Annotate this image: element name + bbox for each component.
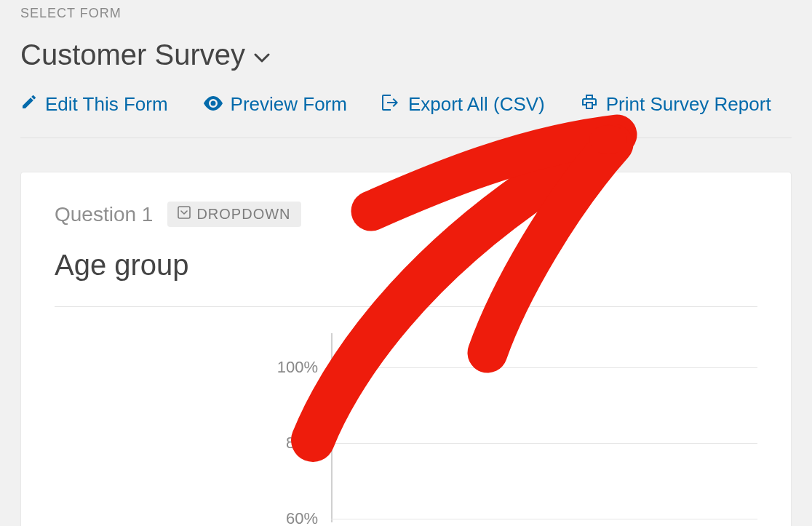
select-form-label: SELECT FORM — [20, 0, 792, 21]
question-title: Age group — [55, 249, 757, 282]
export-csv-label: Export All (CSV) — [408, 93, 545, 116]
chevron-down-icon — [254, 47, 270, 63]
preview-form-label: Preview Form — [231, 93, 347, 116]
print-report-label: Print Survey Report — [606, 93, 771, 116]
export-csv-link[interactable]: Export All (CSV) — [382, 93, 545, 116]
question-card: Question 1 DROPDOWN Age group 100% 8 — [20, 172, 792, 526]
y-tick-100: 100% — [55, 358, 331, 377]
preview-form-link[interactable]: Preview Form — [203, 93, 347, 116]
print-report-link[interactable]: Print Survey Report — [580, 93, 771, 116]
gridline — [331, 443, 757, 444]
field-type-label: DROPDOWN — [196, 206, 290, 223]
selected-form-name: Customer Survey — [20, 39, 245, 71]
eye-icon — [203, 93, 223, 116]
y-tick-60: 60% — [55, 509, 331, 526]
y-tick-80: 80% — [55, 434, 331, 453]
edit-form-label: Edit This Form — [45, 93, 168, 116]
question-number: Question 1 — [55, 203, 153, 226]
svg-rect-0 — [178, 207, 190, 218]
field-type-badge: DROPDOWN — [167, 202, 300, 227]
actions-bar: Edit This Form Preview Form Export All (… — [20, 93, 792, 138]
gridline — [331, 367, 757, 368]
edit-form-link[interactable]: Edit This Form — [20, 93, 168, 116]
chart: 100% 80% 60% — [55, 333, 757, 522]
gridline — [331, 519, 757, 519]
export-icon — [382, 93, 401, 116]
dropdown-icon — [178, 206, 191, 223]
print-icon — [580, 93, 599, 116]
divider — [55, 306, 757, 307]
pencil-icon — [20, 93, 38, 116]
form-selector[interactable]: Customer Survey — [20, 39, 792, 71]
